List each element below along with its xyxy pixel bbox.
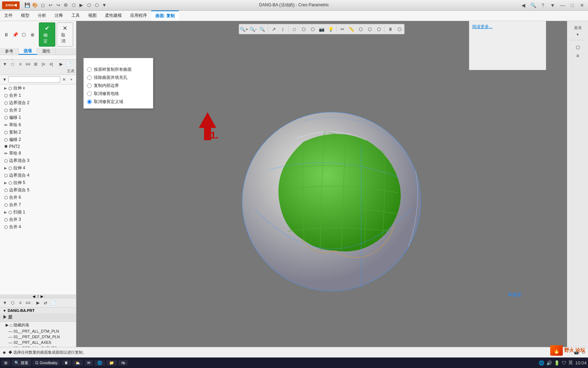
mail-app[interactable]: ✉: [84, 360, 93, 366]
tree-item-边界混合2[interactable]: ⬡ 边界混合 2: [0, 99, 76, 107]
color-icon[interactable]: 🎨: [31, 2, 38, 9]
bt-more-icon[interactable]: ▶: [34, 299, 41, 306]
save-icon[interactable]: 💾: [24, 2, 31, 9]
tree-more-icon[interactable]: ▶: [57, 61, 64, 68]
maximize-button[interactable]: □: [568, 2, 577, 9]
menu-flex-model[interactable]: 柔性建模: [101, 11, 126, 21]
minimize-button[interactable]: —: [558, 2, 567, 9]
radio-copy-all[interactable]: [87, 67, 92, 72]
right-icon2[interactable]: ≡: [574, 52, 581, 59]
bt-view1-icon[interactable]: ⬡: [9, 299, 16, 306]
vp-measure-icon[interactable]: 📏: [347, 25, 356, 33]
datum-label[interactable]: 基准: [574, 25, 582, 30]
menu-view[interactable]: 视图: [84, 11, 101, 21]
tree-list2-icon[interactable]: ≡≡: [24, 61, 31, 68]
tree-item-边界混合4[interactable]: ⬡ 边界混合 4: [0, 172, 76, 179]
tree-item-复制2[interactable]: ⬡ 复制 2: [0, 129, 76, 136]
menu-annotation[interactable]: 注释: [50, 11, 67, 21]
search-clear-icon[interactable]: ✕: [61, 76, 67, 83]
right-icon1[interactable]: ⬡: [574, 44, 581, 51]
layer-hidden-items[interactable]: ▶ □ 隐藏的项: [0, 322, 76, 328]
option-cancel-trim-envelope[interactable]: 取消修剪包络: [87, 91, 149, 97]
tree-item-拉伸5[interactable]: ▶⬡ 拉伸 5: [0, 179, 76, 186]
tab-reference[interactable]: 参考: [0, 48, 19, 55]
tree-view1-icon[interactable]: □: [9, 61, 16, 68]
tree-item-草绘8[interactable]: ✏ 草绘 8: [0, 150, 76, 157]
radio-cancel-trim-envelope[interactable]: [87, 91, 92, 96]
weather-app[interactable]: ⛅: [72, 360, 83, 366]
store-app[interactable]: 🛍: [118, 360, 128, 366]
tree-item-合并7[interactable]: ⬡ 合并 7: [0, 201, 76, 209]
layer-02-all-axes[interactable]: — 02__PRT_ALL_AXES: [0, 340, 76, 345]
vp-pan-icon[interactable]: ↕: [279, 25, 287, 33]
layer-01-all-dtm-pln[interactable]: — 01__PRT_ALL_DTM_PLN: [0, 328, 76, 334]
vp-light-icon[interactable]: 💡: [327, 25, 335, 33]
tree-export-icon[interactable]: 📄: [65, 61, 72, 68]
vp-camera-icon[interactable]: 📷: [317, 25, 326, 33]
display-icon[interactable]: ◻: [39, 2, 46, 9]
settings-icon3[interactable]: ⬡: [85, 2, 92, 9]
tree-list-icon[interactable]: ≡: [17, 61, 24, 68]
layer-expand-icon[interactable]: ▶: [3, 315, 7, 320]
vp-datum-icon[interactable]: ⬡: [365, 25, 374, 33]
vp-settings-icon[interactable]: ⬡: [395, 25, 404, 33]
pause-icon[interactable]: ⏸: [3, 30, 10, 39]
vp-wireframe-icon[interactable]: □: [290, 25, 299, 33]
nav-back-icon[interactable]: ◀: [519, 2, 528, 9]
vp-rotate-icon[interactable]: ↗: [270, 25, 278, 33]
browser-app[interactable]: 🌐: [94, 360, 105, 366]
radio-exclude-fill[interactable]: [87, 75, 92, 80]
panel-expand-icon[interactable]: ▼: [576, 33, 580, 36]
tab-attributes[interactable]: 属性: [37, 48, 56, 55]
bt-arrows-icon[interactable]: ⇄: [42, 299, 49, 306]
start-button[interactable]: ⊞: [1, 360, 10, 366]
search-button[interactable]: 🔍 搜索: [12, 360, 31, 366]
menu-tools[interactable]: 工具: [67, 11, 84, 21]
option-copy-internal[interactable]: 复制内部边界: [87, 83, 149, 89]
vp-zoom-fit-icon[interactable]: 🔍: [258, 25, 266, 33]
calc-app[interactable]: 🖩: [62, 360, 71, 366]
goodbaby-app[interactable]: G Goodbaby: [33, 360, 60, 366]
bt-export-icon[interactable]: 📄: [50, 299, 57, 306]
vp-pause-icon[interactable]: ⏸: [386, 25, 394, 33]
close-button[interactable]: ✕: [578, 2, 587, 9]
vp-render-icon[interactable]: ⬡: [308, 25, 317, 33]
redo-icon[interactable]: ↪: [55, 2, 62, 9]
tree-item-拉伸x[interactable]: ▶⬡ 拉伸 x: [0, 84, 76, 92]
rotate-icon[interactable]: ⬡: [20, 30, 28, 39]
vp-zoom-out-icon[interactable]: 🔍-: [249, 25, 257, 33]
tree-item-偏移2[interactable]: ⬡ 偏移 2: [0, 136, 76, 143]
files-app[interactable]: 📁: [106, 360, 117, 366]
scroll-left-icon[interactable]: ◀: [33, 294, 35, 298]
radio-cancel-trim-domain[interactable]: [87, 100, 92, 104]
menu-model[interactable]: 模型: [17, 11, 34, 21]
menu-apps[interactable]: 应用程序: [126, 11, 151, 21]
vp-shaded-icon[interactable]: ⬡: [299, 25, 308, 33]
tree-col2-icon[interactable]: ≡|: [48, 61, 55, 68]
tree-filter-icon[interactable]: ▼: [1, 61, 8, 68]
tree-item-合并1[interactable]: ⬡ 合并 1: [0, 92, 76, 99]
menu-analysis[interactable]: 分析: [34, 11, 50, 21]
vp-dim-icon[interactable]: ⬡: [356, 25, 365, 33]
cancel-button[interactable]: ✕ 取消: [57, 22, 73, 47]
option-copy-all[interactable]: 按原样复制所有曲面: [87, 67, 149, 73]
settings-icon1[interactable]: ⚙: [62, 2, 69, 9]
link-icon[interactable]: ⊕: [29, 30, 36, 39]
vp-section-icon[interactable]: ✂: [338, 25, 346, 33]
scroll-right-icon[interactable]: ▶: [41, 294, 43, 298]
tab-options[interactable]: 选项: [19, 48, 37, 55]
option-exclude-fill[interactable]: 排除曲面并填充孔: [87, 75, 149, 81]
tree-item-边界混合5[interactable]: ⬡ 边界混合 5: [0, 186, 76, 194]
settings-icon4[interactable]: ⬡: [93, 2, 100, 9]
tree-item-拉伸4[interactable]: ▶⬡ 拉伸 4: [0, 164, 76, 172]
help-link[interactable]: 阅读更多...: [472, 24, 543, 30]
tree-item-扫描1[interactable]: ▶⬡ 扫描 1: [0, 209, 76, 216]
radio-copy-internal[interactable]: [87, 83, 92, 88]
options-icon[interactable]: ▼: [548, 2, 557, 9]
bt-view3-icon[interactable]: ≡≡: [24, 299, 31, 306]
tree-item-PNT2[interactable]: ✱ PNT2: [0, 143, 76, 150]
tree-item-偏移1[interactable]: ⬡ 偏移 1: [0, 114, 76, 121]
tree-item-合并2[interactable]: ⬡ 合并 2: [0, 107, 76, 114]
arrow-icon[interactable]: ▶: [78, 2, 85, 9]
help-icon[interactable]: ?: [538, 2, 547, 9]
